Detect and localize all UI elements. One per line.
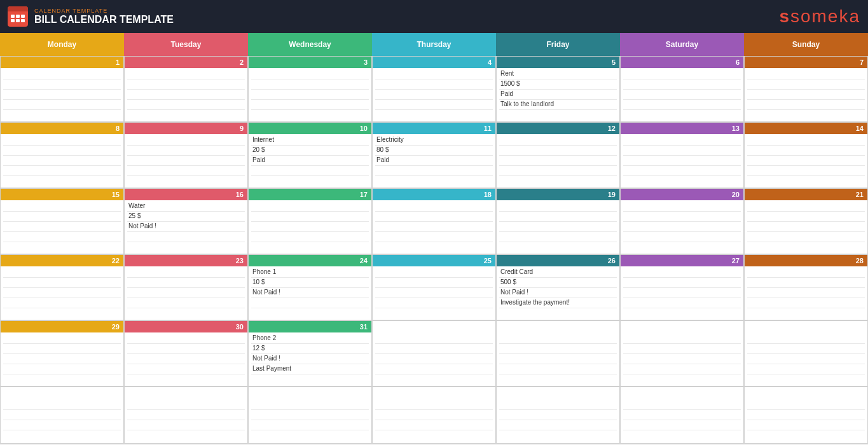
- cell-row: Paid: [251, 156, 369, 166]
- cell-row: 25 $: [127, 212, 245, 222]
- calendar-cell: 18: [372, 188, 496, 254]
- cell-row: [3, 344, 121, 354]
- cell-row: [251, 110, 369, 120]
- cell-row: Phone 2: [251, 334, 369, 344]
- calendar-cell: [496, 387, 620, 444]
- cell-row: [747, 242, 865, 252]
- cell-row: [623, 90, 741, 100]
- cell-row: [375, 110, 493, 120]
- cell-row: [623, 420, 741, 430]
- cell-row: [3, 278, 121, 288]
- cell-row: [623, 278, 741, 288]
- cell-number: [497, 387, 619, 399]
- cell-row: [127, 374, 245, 385]
- calendar-grid: 12345Rent1500 $PaidTalk to the landlord6…: [0, 56, 868, 444]
- cell-number: 2: [125, 57, 247, 68]
- cell-row: Credit Card: [499, 268, 617, 278]
- cell-content: [621, 399, 743, 443]
- cell-content: Phone 212 $Not Paid !Last Payment: [249, 332, 371, 386]
- cell-number: [373, 321, 495, 332]
- cell-row: [3, 69, 121, 79]
- cell-row: [127, 344, 245, 354]
- calendar-cell: 3: [248, 56, 372, 122]
- cell-row: [375, 90, 493, 100]
- cell-row: [3, 334, 121, 344]
- cell-number: 9: [125, 123, 247, 134]
- cell-content: [125, 332, 247, 386]
- thursday-header: Thursday: [372, 33, 496, 56]
- cell-row: [127, 268, 245, 278]
- cell-row: [623, 364, 741, 374]
- cell-row: [127, 156, 245, 166]
- cell-row: [623, 288, 741, 298]
- cell-row: Internet: [251, 135, 369, 146]
- cell-content: Electricity80 $Paid: [373, 134, 495, 188]
- cell-number: 17: [249, 189, 371, 200]
- calendar-cell: 1: [0, 56, 124, 122]
- calendar-cell: [248, 387, 372, 444]
- cell-row: [747, 334, 865, 344]
- cell-row: [623, 69, 741, 79]
- cell-row: [375, 69, 493, 79]
- cell-row: [623, 298, 741, 308]
- cell-row: [3, 79, 121, 90]
- cell-content: [249, 200, 371, 254]
- cell-content: [621, 266, 743, 320]
- cell-row: [499, 308, 617, 318]
- cell-row: [3, 232, 121, 242]
- calendar-cell: 26Credit Card500 $Not Paid !Investigate …: [496, 254, 620, 320]
- cell-row: [747, 420, 865, 430]
- cell-row: [623, 212, 741, 222]
- cell-row: [747, 374, 865, 385]
- cell-row: [623, 268, 741, 278]
- cell-row: [375, 430, 493, 441]
- cell-row: 1500 $: [499, 79, 617, 90]
- cell-content: Internet20 $Paid: [249, 134, 371, 188]
- calendar-cell: 22: [0, 254, 124, 320]
- cell-row: [251, 212, 369, 222]
- cell-row: [623, 135, 741, 146]
- cell-row: [251, 430, 369, 441]
- cell-row: Investigate the payment!: [499, 298, 617, 308]
- cell-row: [499, 242, 617, 252]
- cell-row: [251, 100, 369, 110]
- header: CALENDAR TEMPLATE BILL CALENDAR TEMPLATE…: [0, 0, 868, 33]
- cell-row: Not Paid !: [251, 354, 369, 364]
- cell-content: [621, 200, 743, 254]
- cell-number: 23: [125, 255, 247, 266]
- cell-row: [3, 400, 121, 410]
- cell-row: [375, 268, 493, 278]
- cell-row: [747, 212, 865, 222]
- calendar-cell: 2: [124, 56, 248, 122]
- cell-row: [747, 288, 865, 298]
- calendar-cell: 30: [124, 320, 248, 387]
- cell-row: Last Payment: [251, 364, 369, 374]
- calendar-cell: [0, 387, 124, 444]
- calendar-cell: [744, 387, 868, 444]
- cell-row: [747, 308, 865, 318]
- cell-row: [499, 176, 617, 186]
- calendar-cell: 28: [744, 254, 868, 320]
- cell-row: [375, 410, 493, 420]
- cell-row: [251, 298, 369, 308]
- cell-row: [3, 212, 121, 222]
- cell-row: [623, 374, 741, 385]
- cell-row: [623, 202, 741, 212]
- cell-row: Electricity: [375, 135, 493, 146]
- cell-row: [375, 288, 493, 298]
- cell-number: [249, 387, 371, 399]
- cell-row: [747, 364, 865, 374]
- cell-row: [375, 400, 493, 410]
- calendar-cell: 10Internet20 $Paid: [248, 122, 372, 188]
- cell-row: [747, 79, 865, 90]
- cell-row: [3, 308, 121, 318]
- cell-row: [251, 308, 369, 318]
- cell-row: [747, 354, 865, 364]
- calendar-cell: [372, 387, 496, 444]
- cell-row: 10 $: [251, 278, 369, 288]
- header-text: CALENDAR TEMPLATE BILL CALENDAR TEMPLATE: [34, 8, 174, 25]
- cell-row: [127, 135, 245, 146]
- cell-content: [1, 266, 123, 320]
- cell-content: [497, 134, 619, 188]
- cell-row: [251, 374, 369, 385]
